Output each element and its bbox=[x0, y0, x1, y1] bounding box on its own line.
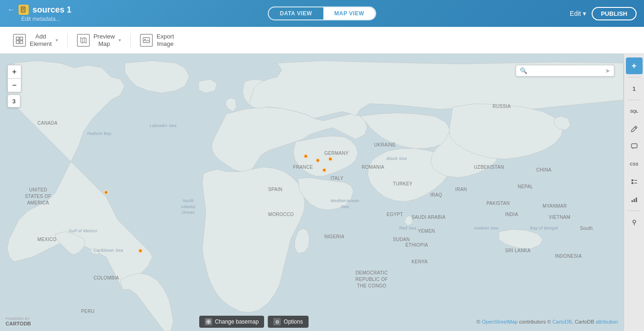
preview-map-dropdown-arrow: ▾ bbox=[119, 38, 121, 43]
search-icon: 🔍 bbox=[520, 67, 527, 74]
preview-map-button[interactable]: Preview Map ▾ bbox=[71, 29, 126, 51]
add-element-dropdown-arrow: ▾ bbox=[56, 38, 58, 43]
svg-line-16 bbox=[635, 127, 636, 128]
add-layer-button[interactable]: + bbox=[626, 57, 643, 74]
map-view-tab[interactable]: MAP VIEW bbox=[323, 7, 375, 19]
toolbar-divider-2 bbox=[130, 33, 131, 47]
pin-icon bbox=[631, 218, 638, 226]
chevron-down-icon: ▾ bbox=[583, 10, 586, 17]
svg-rect-24 bbox=[636, 197, 637, 202]
data-point-5[interactable] bbox=[104, 190, 108, 195]
page-title: sources 1 bbox=[32, 5, 71, 15]
options-icon: ⚙ bbox=[273, 318, 281, 325]
style-edit-button[interactable] bbox=[626, 121, 643, 137]
chart-button[interactable] bbox=[626, 191, 643, 208]
header-right: Edit ▾ PUBLISH bbox=[570, 7, 637, 20]
layer-number[interactable]: 3 bbox=[7, 95, 20, 108]
cartodb-link[interactable]: CartoDB bbox=[552, 319, 572, 325]
svg-rect-5 bbox=[20, 37, 23, 40]
world-map-svg bbox=[0, 54, 624, 331]
back-button[interactable]: ← bbox=[7, 6, 15, 14]
data-point-4[interactable] bbox=[322, 168, 327, 172]
svg-rect-10 bbox=[143, 38, 150, 43]
svg-rect-18 bbox=[631, 179, 633, 181]
basemap-icon bbox=[205, 318, 212, 325]
export-image-button[interactable]: Export Image bbox=[134, 29, 180, 51]
pin-button[interactable] bbox=[626, 214, 643, 230]
legend-button[interactable] bbox=[626, 173, 643, 190]
svg-rect-4 bbox=[16, 37, 19, 40]
map-search-input[interactable] bbox=[529, 67, 603, 74]
svg-rect-7 bbox=[20, 41, 23, 44]
options-button[interactable]: ⚙ Options bbox=[268, 316, 308, 328]
main-area: CANADA Hudson Bay Labrador Sea UNITEDSTA… bbox=[0, 54, 644, 331]
header-left: ← sources 1 Edit metadata... bbox=[7, 5, 71, 22]
comment-icon bbox=[631, 143, 638, 150]
change-basemap-button[interactable]: Change basemap bbox=[199, 316, 265, 328]
data-point-3[interactable] bbox=[328, 157, 333, 161]
toolbar-divider-1 bbox=[67, 33, 68, 47]
data-point-1[interactable] bbox=[303, 154, 308, 159]
svg-rect-19 bbox=[631, 182, 633, 184]
data-point-6[interactable] bbox=[138, 248, 143, 253]
toolbar: Add Element ▾ Preview Map ▾ Export Image bbox=[0, 27, 644, 54]
add-element-button[interactable]: Add Element ▾ bbox=[7, 29, 63, 51]
publish-button[interactable]: PUBLISH bbox=[592, 7, 637, 20]
comment-button[interactable] bbox=[626, 138, 643, 155]
data-view-tab[interactable]: DATA VIEW bbox=[269, 7, 323, 19]
export-image-icon bbox=[140, 34, 153, 47]
location-icon[interactable]: ➤ bbox=[605, 67, 610, 74]
attribution-link[interactable]: attribution bbox=[596, 319, 618, 325]
svg-rect-6 bbox=[16, 41, 19, 44]
svg-rect-23 bbox=[633, 199, 635, 202]
view-toggle: DATA VIEW MAP VIEW bbox=[268, 6, 376, 20]
sidebar-divider-3 bbox=[628, 210, 641, 211]
zoom-out-button[interactable]: − bbox=[8, 79, 21, 92]
svg-point-25 bbox=[633, 220, 636, 223]
header-title-row: ← sources 1 bbox=[7, 5, 71, 15]
legend-icon bbox=[631, 178, 638, 185]
map-bottom-bar: POWERED BY CARTODB Change basemap ⚙ Opti… bbox=[0, 312, 624, 331]
map-zoom-controls: + − bbox=[7, 65, 21, 92]
map-search-box: 🔍 ➤ bbox=[516, 65, 614, 76]
chart-icon bbox=[631, 196, 638, 203]
data-point-2[interactable] bbox=[316, 158, 320, 163]
edit-button[interactable]: Edit ▾ bbox=[570, 10, 586, 17]
edit-metadata-link[interactable]: Edit metadata... bbox=[21, 16, 71, 22]
svg-rect-22 bbox=[631, 200, 633, 202]
file-icon bbox=[19, 5, 29, 15]
svg-rect-17 bbox=[631, 144, 637, 148]
sidebar-divider-2 bbox=[628, 100, 641, 100]
right-sidebar: + 1 SQL CSS bbox=[624, 54, 644, 331]
css-button[interactable]: CSS bbox=[626, 156, 643, 172]
openstreetmap-link[interactable]: OpenStreetMap bbox=[482, 319, 518, 325]
preview-map-icon bbox=[77, 34, 90, 47]
map-action-buttons: Change basemap ⚙ Options bbox=[199, 316, 309, 328]
sidebar-divider-1 bbox=[628, 77, 641, 77]
zoom-in-button[interactable]: + bbox=[8, 65, 21, 78]
pencil-icon bbox=[631, 125, 638, 133]
header: ← sources 1 Edit metadata... DATA VIEW M… bbox=[0, 0, 644, 27]
layer-1-button[interactable]: 1 bbox=[626, 80, 643, 97]
add-element-icon bbox=[13, 34, 26, 47]
map-container[interactable]: CANADA Hudson Bay Labrador Sea UNITEDSTA… bbox=[0, 54, 624, 331]
cartodb-logo: POWERED BY CARTODB bbox=[6, 317, 31, 326]
sql-button[interactable]: SQL bbox=[626, 103, 643, 120]
map-attribution: © OpenStreetMap contributors © CartoDB, … bbox=[477, 319, 618, 325]
plus-icon: + bbox=[631, 61, 637, 71]
